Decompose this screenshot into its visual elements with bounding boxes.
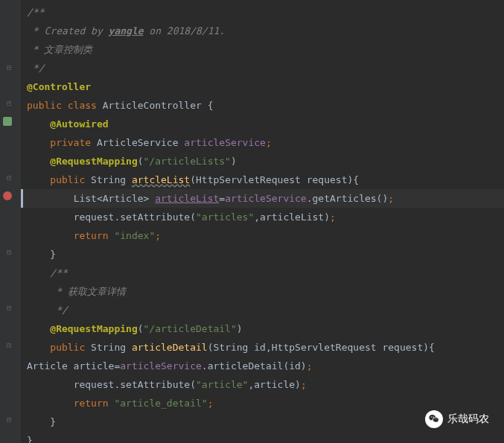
code-line: return "index"; — [21, 226, 504, 245]
code-line: @Controller — [21, 77, 504, 96]
code-line: request.setAttribute("articles",articleL… — [21, 208, 504, 226]
fold-icon[interactable]: ⊟ — [3, 302, 15, 313]
code-line: */ — [21, 59, 504, 77]
fold-icon[interactable]: ⊟ — [3, 171, 15, 183]
breakpoint-icon[interactable] — [1, 190, 13, 202]
code-line: private ArticleService articleService; — [21, 133, 504, 152]
wechat-icon — [425, 410, 443, 428]
watermark-text: 乐哉码农 — [447, 412, 489, 426]
code-line: @RequestMapping("/articleLists") — [21, 152, 504, 170]
fold-icon[interactable]: ⊟ — [3, 97, 15, 109]
code-line: /** — [21, 3, 504, 22]
code-line-active: List<Article> articleList=articleService… — [21, 189, 504, 208]
fold-icon[interactable]: ⊟ — [3, 413, 15, 425]
gutter: ⊟ ⊟ ⊟ ⊟ ⊟ ⊟ ⊟ — [0, 0, 21, 443]
code-line: /** — [21, 264, 504, 282]
impl-marker-icon[interactable] — [1, 115, 13, 127]
code-line: */ — [21, 301, 504, 319]
code-line: } — [21, 431, 504, 443]
fold-icon[interactable]: ⊟ — [3, 61, 15, 73]
watermark: 乐哉码农 — [425, 410, 489, 428]
code-line: @Autowired — [21, 115, 504, 133]
code-line: * 获取文章详情 — [21, 282, 504, 301]
code-line: request.setAttribute("article",article); — [21, 375, 504, 394]
code-line: Article article=articleService.articleDe… — [21, 357, 504, 375]
code-line: * 文章控制类 — [21, 40, 504, 59]
code-line: @RequestMapping("/articleDetail") — [21, 319, 504, 338]
code-line: public String artcleList(HttpServletRequ… — [21, 170, 504, 189]
code-line: public class ArticleController { — [21, 96, 504, 115]
code-area[interactable]: /** * Created by yangle on 2018/8/11. * … — [21, 0, 504, 443]
code-line: } — [21, 245, 504, 264]
code-editor: ⊟ ⊟ ⊟ ⊟ ⊟ ⊟ ⊟ /** * Created by yangle on… — [0, 0, 504, 443]
code-line: public String articleDetail(String id,Ht… — [21, 338, 504, 357]
code-line: * Created by yangle on 2018/8/11. — [21, 22, 504, 40]
fold-icon[interactable]: ⊟ — [3, 246, 15, 258]
fold-icon[interactable]: ⊟ — [3, 339, 15, 351]
